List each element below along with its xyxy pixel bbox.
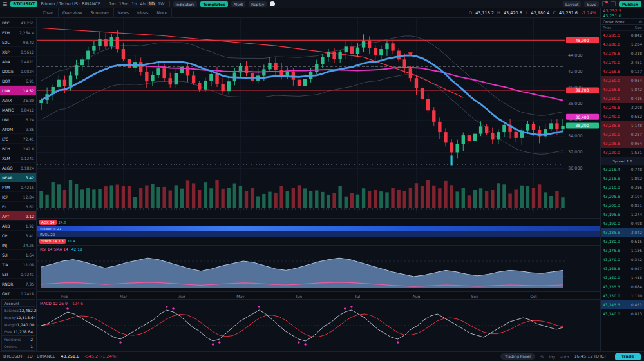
- orderbook-ask-row[interactable]: 43,265.50.127: [601, 67, 644, 76]
- settings-icon[interactable]: [611, 1, 616, 6]
- orderbook-bid-row[interactable]: 43,205.52.104: [601, 192, 644, 201]
- indicator-strip-rvol[interactable]: RVOL 20: [37, 231, 600, 237]
- watchlist-item-link[interactable]: LINK14.52: [0, 86, 36, 95]
- orderbook-bid-row[interactable]: 43,170.00.342: [601, 255, 644, 264]
- trading-panel-button[interactable]: Trading Panel: [500, 353, 535, 360]
- watchlist-item-avax[interactable]: AVAX35.80: [0, 95, 36, 105]
- scale-log-toggle[interactable]: log: [549, 355, 555, 359]
- watchlist-item-matic[interactable]: MATIC0.8412: [0, 105, 36, 115]
- watchlist-item-grt[interactable]: GRT0.2418: [0, 289, 36, 297]
- watchlist-item-ftm[interactable]: FTM0.4215: [0, 182, 36, 192]
- orderbook-ask-row[interactable]: 43,250.00.415: [601, 94, 644, 103]
- alert-button[interactable]: Alert: [231, 1, 245, 7]
- watchlist-item-rndr[interactable]: RNDR7.35: [0, 279, 36, 289]
- indicators-button[interactable]: Indicators: [173, 1, 198, 7]
- templates-button[interactable]: Templates: [200, 1, 228, 7]
- timeframe-1D[interactable]: 1D: [147, 1, 156, 6]
- watchlist-item-algo[interactable]: ALGO0.1824: [0, 163, 36, 173]
- watchlist-item-sui[interactable]: SUI1.64: [0, 250, 36, 260]
- positions-row[interactable]: Positions2: [2, 336, 35, 343]
- watchlist-item-ltc[interactable]: LTC72.41: [0, 134, 36, 144]
- orderbook-ask-row[interactable]: 43,225.50.964: [601, 139, 644, 148]
- tab-overview[interactable]: Overview: [59, 8, 87, 18]
- symbol-button[interactable]: BTCUSDT: [10, 1, 37, 7]
- watchlist-item-ada[interactable]: ADA0.4821: [0, 57, 36, 66]
- timeframe-1h[interactable]: 1h: [130, 1, 138, 6]
- price-chart[interactable]: 30,00032,00034,00036,00038,00040,00042,0…: [37, 18, 600, 218]
- tab-chart[interactable]: Chart: [39, 8, 59, 18]
- tab-news[interactable]: News: [114, 8, 134, 18]
- orderbook-bid-row[interactable]: 43,160.01.458: [601, 273, 644, 282]
- watchlist-item-btc[interactable]: BTC43,251: [0, 18, 36, 28]
- scale-percent-toggle[interactable]: %: [540, 355, 544, 359]
- watchlist-item-sol[interactable]: SOL98.42: [0, 37, 36, 47]
- orderbook-bid-row[interactable]: 43,175.51.186: [601, 246, 644, 255]
- watchlist-item-apt[interactable]: APT9.12: [0, 211, 36, 221]
- watchlist-item-dot[interactable]: DOT6.91: [0, 76, 36, 86]
- timeframe-1m[interactable]: 1m: [108, 1, 117, 6]
- orderbook-ask-row[interactable]: 43,235.51.148: [601, 121, 644, 130]
- watchlist-item-sei[interactable]: SEI0.7241: [0, 269, 36, 279]
- replay-button[interactable]: Replay: [249, 1, 267, 7]
- watchlist-item-uni[interactable]: UNI6.24: [0, 115, 36, 124]
- macd-panel[interactable]: MACD 12 26 9 -124.6: [37, 300, 600, 351]
- orderbook-bid-row[interactable]: 43,155.50.684: [601, 282, 644, 291]
- orderbook-ask-row[interactable]: 43,245.53.208: [601, 103, 644, 112]
- orderbook-bid-row[interactable]: 43,165.50.927: [601, 264, 644, 273]
- clock[interactable]: 16:45:12 (UTC): [574, 354, 605, 359]
- watchlist-item-doge[interactable]: DOGE0.0824: [0, 66, 36, 76]
- layout-button[interactable]: Layout: [563, 1, 581, 7]
- orderbook-bid-row[interactable]: 43,140.00.873: [601, 309, 644, 318]
- orderbook-bid-row[interactable]: 43,195.51.274: [601, 210, 644, 219]
- trade-button[interactable]: Trade: [615, 353, 641, 360]
- orderbook-ask-row[interactable]: 43,260.00.934: [601, 76, 644, 85]
- orderbook-ask-row[interactable]: 43,270.02.451: [601, 58, 644, 67]
- publish-button[interactable]: Publish: [619, 1, 641, 7]
- time-axis[interactable]: FebMarAprMayJunJulAugSepOct: [37, 291, 600, 300]
- watchlist-item-near[interactable]: NEAR3.42: [0, 173, 36, 182]
- orderbook-ask-row[interactable]: 43,280.01.204: [601, 40, 644, 49]
- orderbook-ask-row[interactable]: 43,220.01.531: [601, 148, 644, 157]
- watchlist-item-xlm[interactable]: XLM0.1241: [0, 153, 36, 163]
- watchlist-item-eth[interactable]: ETH2,284.4: [0, 28, 36, 37]
- orderbook-ask-row[interactable]: 43,285.50.842: [601, 31, 644, 40]
- watchlist-item-tia[interactable]: TIA11.08: [0, 260, 36, 269]
- rsi-panel[interactable]: RSI 14 SMA 14 42.18: [37, 246, 600, 291]
- orderbook-bid-row[interactable]: 43,185.53.042: [601, 228, 644, 237]
- scale-auto-toggle[interactable]: auto: [560, 355, 569, 359]
- save-button[interactable]: Save: [584, 1, 599, 7]
- orderbook-settings-icon[interactable]: ⚙: [639, 19, 642, 24]
- orderbook-bid-row[interactable]: 43,210.00.356: [601, 183, 644, 192]
- positions-row[interactable]: Orders1: [2, 343, 35, 350]
- chart-area[interactable]: 30,00032,00034,00036,00038,00040,00042,0…: [37, 18, 600, 351]
- watchlist-item-fil[interactable]: FIL5.62: [0, 202, 36, 211]
- orderbook-ask-row[interactable]: 43,240.00.652: [601, 112, 644, 121]
- watchlist-item-op[interactable]: OP3.41: [0, 231, 36, 240]
- orderbook-bid-row[interactable]: 43,180.00.615: [601, 237, 644, 246]
- menu-icon[interactable]: ☰: [3, 0, 7, 8]
- timeframe-1W[interactable]: 1W: [156, 1, 166, 6]
- indicator-strip-adx[interactable]: ADX 14 24.6: [37, 218, 600, 226]
- bell-icon[interactable]: [602, 1, 607, 6]
- timeframe-15m[interactable]: 15m: [118, 1, 130, 6]
- orderbook-bid-row[interactable]: 43,215.51.892: [601, 174, 644, 183]
- indicator-strip-stoch[interactable]: Stoch 14 3 3 18.4: [37, 237, 600, 246]
- avatar[interactable]: [270, 1, 275, 6]
- orderbook-bid-row[interactable]: 43,200.00.821: [601, 201, 644, 210]
- tab-more[interactable]: More: [153, 8, 172, 18]
- watchlist-item-bch[interactable]: BCH242.6: [0, 144, 36, 153]
- indicator-strip-ribbon[interactable]: Ribbon 8 21: [37, 226, 600, 231]
- orderbook-bid-row[interactable]: 43,150.01.120: [601, 291, 644, 300]
- orderbook-bid-row[interactable]: 43,190.00.498: [601, 219, 644, 228]
- orderbook-bid-row[interactable]: 43,145.50.452: [601, 300, 644, 309]
- orderbook-ask-row[interactable]: 43,230.00.287: [601, 130, 644, 139]
- tab-ideas[interactable]: Ideas: [133, 8, 153, 18]
- watchlist-item-xrp[interactable]: XRP0.5612: [0, 47, 36, 57]
- watchlist-item-icp[interactable]: ICP12.84: [0, 192, 36, 202]
- watchlist-item-inj[interactable]: INJ34.25: [0, 240, 36, 250]
- tab-screener[interactable]: Screener: [86, 8, 113, 18]
- orderbook-ask-row[interactable]: 43,275.50.318: [601, 49, 644, 58]
- timeframe-4h[interactable]: 4h: [139, 1, 147, 6]
- orderbook-bid-row[interactable]: 43,218.40.748: [601, 165, 644, 174]
- watchlist-item-atom[interactable]: ATOM9.86: [0, 124, 36, 134]
